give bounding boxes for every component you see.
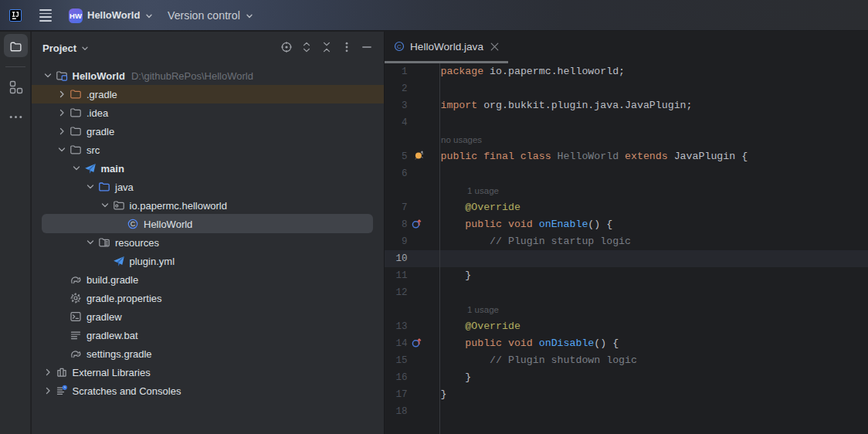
svg-text:C: C: [131, 220, 136, 228]
svg-text:C: C: [397, 43, 402, 50]
